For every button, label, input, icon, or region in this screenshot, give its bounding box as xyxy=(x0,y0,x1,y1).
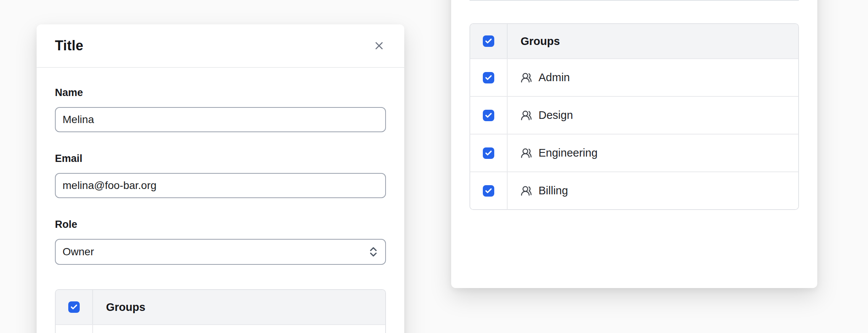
row-checkbox[interactable] xyxy=(483,72,494,83)
row-checkbox[interactable] xyxy=(483,110,494,121)
row-content: Engineering xyxy=(521,134,598,171)
dialog-title: Title xyxy=(55,38,83,54)
group-name: Design xyxy=(538,109,573,122)
row-checkbox-cell xyxy=(470,134,508,171)
row-checkbox-cell xyxy=(470,97,508,134)
name-label: Name xyxy=(55,87,386,99)
dialog-header: Title xyxy=(37,24,404,68)
check-icon xyxy=(485,74,492,82)
users-icon xyxy=(521,72,532,83)
groups-header-label: Groups xyxy=(521,35,560,48)
check-icon xyxy=(485,37,492,45)
group-name: Billing xyxy=(538,184,568,197)
dialog-body: Name Email Role Owner xyxy=(37,68,404,333)
groups-table: Groups xyxy=(55,289,386,333)
select-all-cell xyxy=(470,24,508,58)
check-icon xyxy=(485,112,492,119)
row-checkbox-cell xyxy=(470,59,508,96)
email-input[interactable] xyxy=(55,173,386,198)
close-button[interactable] xyxy=(371,37,387,54)
email-field-group: Email xyxy=(55,153,386,198)
groups-table-header-row: Groups xyxy=(470,24,798,59)
row-content: Admin xyxy=(521,59,570,96)
row-content: Design xyxy=(521,97,573,134)
users-icon xyxy=(521,147,532,159)
check-icon xyxy=(70,303,78,311)
select-all-checkbox[interactable] xyxy=(68,301,80,313)
group-name: Admin xyxy=(538,71,570,84)
role-selected-value: Owner xyxy=(63,246,94,258)
role-label: Role xyxy=(55,219,386,231)
table-row[interactable] xyxy=(56,325,385,333)
check-icon xyxy=(485,149,492,157)
groups-header-label: Groups xyxy=(106,301,145,314)
select-all-cell xyxy=(56,290,93,324)
select-bottom-edge xyxy=(469,0,799,1)
group-name: Engineering xyxy=(538,147,598,159)
table-row[interactable]: Billing xyxy=(470,172,798,209)
groups-table-header-row: Groups xyxy=(56,290,385,325)
row-checkbox-cell xyxy=(56,325,93,333)
users-icon xyxy=(521,110,532,121)
row-checkbox[interactable] xyxy=(483,185,494,197)
table-row[interactable]: Design xyxy=(470,97,798,134)
row-checkbox[interactable] xyxy=(483,147,494,159)
select-all-checkbox[interactable] xyxy=(483,35,494,47)
groups-panel: Groups Admin xyxy=(451,0,817,288)
close-icon xyxy=(373,40,385,52)
row-checkbox-cell xyxy=(470,172,508,209)
edit-user-dialog: Title Name Email Role Owner xyxy=(37,24,404,333)
role-select[interactable]: Owner xyxy=(55,239,386,265)
role-field-group: Role Owner xyxy=(55,219,386,265)
name-field-group: Name xyxy=(55,87,386,132)
email-label: Email xyxy=(55,153,386,165)
groups-table-body: Admin Design xyxy=(470,59,798,209)
table-row[interactable]: Admin xyxy=(470,59,798,97)
row-content: Billing xyxy=(521,172,568,209)
users-icon xyxy=(521,185,532,197)
check-icon xyxy=(485,187,492,195)
table-row[interactable]: Engineering xyxy=(470,134,798,172)
groups-table-large: Groups Admin xyxy=(469,23,799,210)
chevrons-up-down-icon xyxy=(367,245,380,258)
name-input[interactable] xyxy=(55,107,386,132)
